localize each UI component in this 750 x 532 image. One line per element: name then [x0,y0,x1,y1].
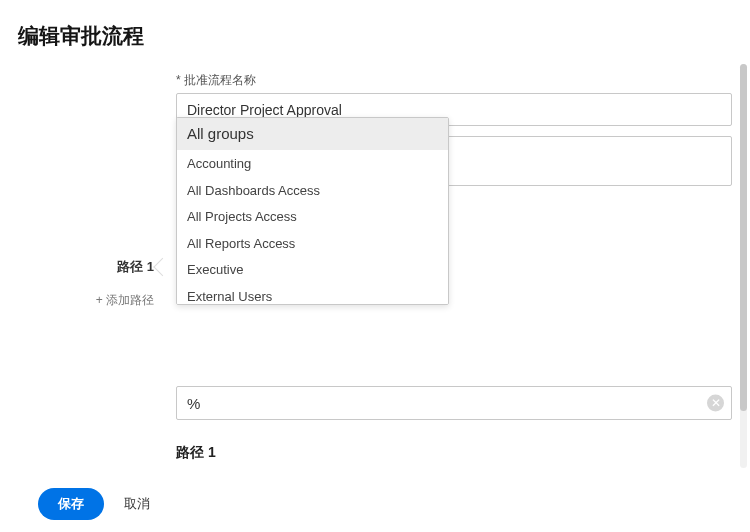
sidebar-item-path-1[interactable]: 路径 1 [0,250,168,284]
add-path-button[interactable]: + 添加路径 [0,284,168,317]
path-sidebar: 路径 1 + 添加路径 [0,60,168,472]
page-title: 编辑审批流程 [18,22,750,50]
dropdown-item[interactable]: All Projects Access [177,203,448,230]
dropdown-item[interactable]: External Users [177,283,448,305]
group-dropdown-panel[interactable]: All groups Accounting All Dashboards Acc… [176,117,449,305]
sidebar-item-label: 路径 1 [117,259,154,274]
scrollbar-thumb[interactable] [740,64,747,411]
footer-bar: 保存 取消 [0,476,750,532]
dropdown-item-all-groups[interactable]: All groups [177,118,448,150]
content-area: 路径 1 + 添加路径 * 批准流程名称 All groups Accounti… [0,60,750,472]
page-scrollbar[interactable] [740,64,747,468]
filter-input[interactable] [176,386,732,420]
add-path-label: + 添加路径 [96,293,154,307]
clear-icon[interactable]: ✕ [707,395,724,412]
save-button[interactable]: 保存 [38,488,104,520]
required-asterisk: * [176,73,181,87]
main-panel: * 批准流程名称 All groups Accounting All Dashb… [168,60,750,472]
cancel-button[interactable]: 取消 [124,495,150,513]
path-section-title: 路径 1 [176,444,732,462]
name-field-label: * 批准流程名称 [176,72,732,89]
dropdown-item[interactable]: All Reports Access [177,230,448,257]
page-header: 编辑审批流程 [0,0,750,62]
filter-field-group: ✕ [176,386,732,420]
dropdown-item[interactable]: Accounting [177,150,448,177]
dropdown-item[interactable]: Executive [177,256,448,283]
dropdown-item[interactable]: All Dashboards Access [177,177,448,204]
